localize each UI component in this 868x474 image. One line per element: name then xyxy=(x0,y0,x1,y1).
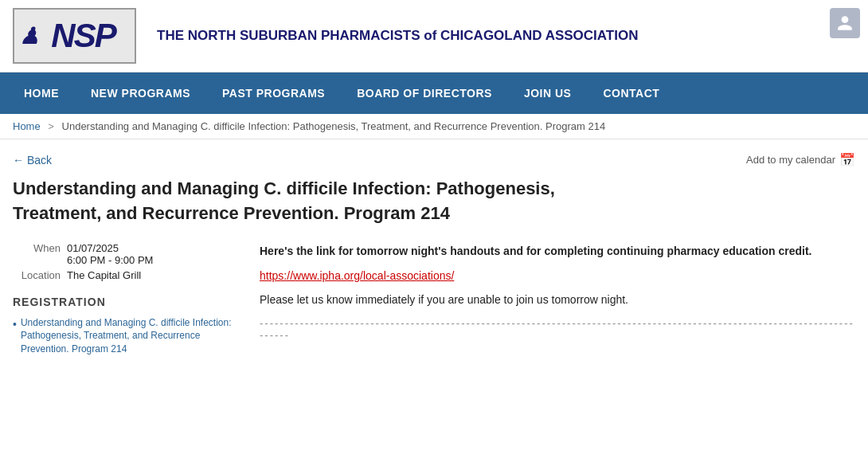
ipha-link[interactable]: https://www.ipha.org/local-associations/ xyxy=(260,269,855,282)
logo-image: ♟ NSP xyxy=(13,8,136,64)
registration-item: • Understanding and Managing C. difficil… xyxy=(13,316,236,356)
reg-item-text: Understanding and Managing C. difficile … xyxy=(21,316,236,356)
divider: ----------------------------------------… xyxy=(260,317,855,341)
calendar-icon: 📅 xyxy=(839,152,855,167)
when-label: When xyxy=(13,242,61,266)
event-location: The Capital Grill xyxy=(67,269,141,281)
site-title: THE NORTH SUBURBAN PHARMACISTS of CHICAG… xyxy=(157,28,638,44)
breadcrumb: Home > Understanding and Managing C. dif… xyxy=(0,114,868,139)
event-meta: When 01/07/2025 6:00 PM - 9:00 PM Locati… xyxy=(13,242,236,281)
breadcrumb-separator: > xyxy=(48,120,54,132)
main-nav: HOME NEW PROGRAMS PAST PROGRAMS BOARD OF… xyxy=(0,72,868,114)
registration-section: REGISTRATION • Understanding and Managin… xyxy=(13,296,236,356)
right-panel: Here's the link for tomorrow night's han… xyxy=(260,242,855,341)
nav-item-home[interactable]: HOME xyxy=(8,72,75,114)
location-row: Location The Capital Grill xyxy=(13,269,236,281)
event-date: 01/07/2025 xyxy=(67,242,153,254)
back-arrow: ← xyxy=(13,154,24,166)
user-icon xyxy=(836,14,854,32)
site-header: ♟ NSP THE NORTH SUBURBAN PHARMACISTS of … xyxy=(0,0,868,72)
breadcrumb-home-link[interactable]: Home xyxy=(13,120,41,132)
logo-nsp-text: NSP xyxy=(51,17,115,55)
page-title: Understanding and Managing C. difficile … xyxy=(13,177,570,226)
back-label: Back xyxy=(27,154,52,166)
logo-block: ♟ NSP THE NORTH SUBURBAN PHARMACISTS of … xyxy=(13,8,638,64)
location-label: Location xyxy=(13,269,61,281)
registration-heading: REGISTRATION xyxy=(13,296,236,308)
back-link[interactable]: ← Back xyxy=(13,154,52,166)
breadcrumb-current: Understanding and Managing C. difficile … xyxy=(62,120,606,132)
when-row: When 01/07/2025 6:00 PM - 9:00 PM xyxy=(13,242,236,266)
event-note: Please let us know immediately if you ar… xyxy=(260,293,855,306)
top-bar: ← Back Add to my calendar 📅 xyxy=(13,152,855,167)
nav-item-join-us[interactable]: JOIN US xyxy=(508,72,588,114)
add-to-calendar-button[interactable]: Add to my calendar 📅 xyxy=(746,152,855,167)
add-calendar-label: Add to my calendar xyxy=(746,154,835,166)
chess-icon: ♟ xyxy=(19,23,37,49)
nav-item-new-programs[interactable]: NEW PROGRAMS xyxy=(75,72,206,114)
content-area: ← Back Add to my calendar 📅 Understandin… xyxy=(0,139,868,372)
main-layout: When 01/07/2025 6:00 PM - 9:00 PM Locati… xyxy=(13,242,855,356)
user-profile-button[interactable] xyxy=(830,8,860,38)
nav-item-past-programs[interactable]: PAST PROGRAMS xyxy=(206,72,341,114)
left-panel: When 01/07/2025 6:00 PM - 9:00 PM Locati… xyxy=(13,242,236,356)
reg-bullet-icon: • xyxy=(13,317,17,333)
event-description-bold: Here's the link for tomorrow night's han… xyxy=(260,242,855,260)
nav-item-contact[interactable]: CONTACT xyxy=(587,72,675,114)
event-time: 6:00 PM - 9:00 PM xyxy=(67,254,153,266)
nav-item-board-of-directors[interactable]: BOARD OF DIRECTORS xyxy=(341,72,508,114)
